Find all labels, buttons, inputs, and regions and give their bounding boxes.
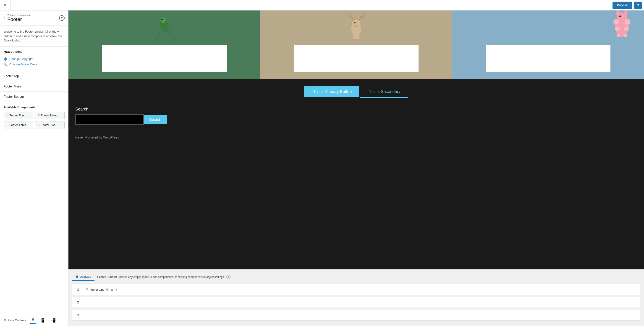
svg-point-2 xyxy=(161,19,163,20)
component-settings-button[interactable]: ⚙ xyxy=(106,288,109,291)
available-components-title: Available Components xyxy=(4,106,64,109)
component-actions: ⚙ ⚌ × xyxy=(106,288,120,291)
footer-one-component[interactable]: ⠿ Footer One ⚙ ⚌ × xyxy=(83,284,122,295)
desktop-tab[interactable]: 🖥 Desktop xyxy=(72,273,94,281)
search-form: Search xyxy=(75,114,637,125)
settings-button[interactable]: ⚙ xyxy=(634,1,642,9)
svg-point-24 xyxy=(624,34,627,37)
grasshopper-svg xyxy=(150,14,178,46)
sidebar-footer: 👁 Hide Controls 🖥 📱 📲 xyxy=(0,314,68,326)
builder-row-1-content: ⠿ Footer One ⚙ ⚌ × xyxy=(83,284,640,295)
drag-handle-icon: ⠿ xyxy=(38,123,40,127)
svg-rect-15 xyxy=(353,32,360,39)
image-gallery xyxy=(68,10,644,79)
builder-info: Footer Builder: Click on any empty space… xyxy=(97,275,230,279)
info-icon[interactable]: i xyxy=(226,275,230,279)
desktop-device-button[interactable]: 🖥 xyxy=(30,317,36,324)
svg-line-3 xyxy=(158,27,164,37)
footer-menu-chip-label: Footer Menu xyxy=(41,114,58,117)
top-bar: × Publish ⚙ xyxy=(0,0,644,10)
hide-controls-button[interactable]: 👁 Hide Controls xyxy=(4,319,26,322)
svg-point-22 xyxy=(624,26,629,31)
row-3-gear-button[interactable]: ⚙ xyxy=(72,310,83,320)
svg-point-21 xyxy=(615,26,620,31)
footer-main-nav[interactable]: Footer Main › xyxy=(0,81,68,92)
gallery-image-1 xyxy=(68,10,260,79)
desktop-tab-label: Desktop xyxy=(80,275,91,278)
footer-one-label: Footer One xyxy=(90,288,104,291)
svg-point-18 xyxy=(619,15,621,17)
footer-three-chip[interactable]: ⠿ Footer Three xyxy=(4,121,33,129)
footer-four-chip[interactable]: ⠿ Footer Four xyxy=(4,112,33,119)
footer-builder: 🖥 Desktop Footer Builder: Click on any e… xyxy=(68,269,644,326)
svg-point-1 xyxy=(160,17,166,23)
sidebar: ‹ You are customizing Footer ? Welcome t… xyxy=(0,10,68,326)
svg-point-23 xyxy=(616,34,620,37)
hide-controls-label: Hide Controls xyxy=(8,319,26,322)
desktop-icon: 🖥 xyxy=(75,275,78,278)
search-submit-button[interactable]: Search xyxy=(144,115,167,124)
help-button[interactable]: ? xyxy=(59,15,64,21)
builder-row-2-content xyxy=(83,297,640,308)
footer-four-chip-label: Footer Four xyxy=(9,114,25,117)
gallery-card-3 xyxy=(486,45,610,72)
secondary-button-preview[interactable]: This is Secondary xyxy=(360,86,408,98)
main-layout: ‹ You are customizing Footer ? Welcome t… xyxy=(0,10,644,326)
change-copyright-link[interactable]: 🔷 Change Copyright xyxy=(4,56,33,62)
search-label: Search xyxy=(75,107,637,112)
mobile-device-button[interactable]: 📲 xyxy=(50,317,56,324)
tablet-device-button[interactable]: 📱 xyxy=(39,317,46,324)
eye-icon: 👁 xyxy=(4,319,6,322)
quick-links-section: Quick Links 🔷 Change Copyright 🔨 Change … xyxy=(0,47,68,71)
gallery-image-2 xyxy=(260,10,452,79)
quick-links-title: Quick Links xyxy=(4,50,64,54)
preview-content: This is Primary Button This is Secondary… xyxy=(68,10,644,269)
footer-top-nav[interactable]: Footer Top › xyxy=(0,71,68,81)
component-remove-button[interactable]: × xyxy=(116,288,117,291)
change-copyright-label: Change Copyright xyxy=(9,57,33,61)
component-edit-button[interactable]: ⚌ xyxy=(111,288,114,291)
change-footer-color-link[interactable]: 🔨 Change Footer Color xyxy=(4,62,37,67)
builder-row-1: ⚙ ⠿ Footer One ⚙ ⚌ × xyxy=(72,284,640,295)
footer-credits: Neve | Powered by WordPress xyxy=(68,132,644,143)
deer-svg xyxy=(345,12,368,41)
drag-handle-icon: ⠿ xyxy=(6,114,8,117)
drag-handle-icon: ⠿ xyxy=(38,114,40,117)
row-1-gear-button[interactable]: ⚙ xyxy=(72,284,83,295)
svg-line-6 xyxy=(171,35,174,42)
close-button[interactable]: × xyxy=(0,0,10,10)
footer-bottom-label: Footer Bottom xyxy=(4,95,24,98)
customizing-info: You are customizing Footer xyxy=(7,14,30,22)
footer-bottom-nav[interactable]: Footer Bottom › xyxy=(0,92,68,102)
change-footer-color-label: Change Footer Color xyxy=(9,63,37,66)
svg-line-5 xyxy=(154,37,158,43)
customizing-label: You are customizing xyxy=(7,14,30,16)
svg-point-19 xyxy=(614,19,619,25)
gallery-card-2 xyxy=(294,45,418,72)
back-button[interactable]: ‹ xyxy=(4,16,5,20)
drag-handle-icon: ⠿ xyxy=(86,288,88,291)
chevron-right-icon: › xyxy=(64,95,64,98)
primary-button-preview[interactable]: This is Primary Button xyxy=(304,86,359,97)
gallery-image-3 xyxy=(452,10,644,79)
paint-icon: 🔨 xyxy=(4,63,8,66)
footer-two-chip-label: Footer Two xyxy=(41,123,56,127)
row-2-gear-button[interactable]: ⚙ xyxy=(72,297,83,308)
svg-point-14 xyxy=(354,25,358,27)
gallery-card-1 xyxy=(102,45,226,72)
builder-tabs: 🖥 Desktop Footer Builder: Click on any e… xyxy=(72,273,640,281)
search-section: Search Search xyxy=(68,105,644,132)
welcome-text: Welcome to the Footer builder! Click the… xyxy=(0,26,68,47)
search-input[interactable] xyxy=(75,114,144,125)
svg-point-13 xyxy=(354,22,356,23)
footer-three-chip-label: Footer Three xyxy=(9,123,26,127)
sidebar-header: ‹ You are customizing Footer ? xyxy=(0,10,68,26)
publish-button[interactable]: Publish xyxy=(612,1,632,9)
builder-row-3-content xyxy=(83,310,640,320)
available-components-section: Available Components ⠿ Footer Four ⠿ Foo… xyxy=(0,102,68,133)
builder-row-3: ⚙ xyxy=(72,310,640,321)
footer-two-chip[interactable]: ⠿ Footer Two xyxy=(35,121,65,129)
customizing-title: Footer xyxy=(7,16,22,22)
builder-row-2: ⚙ xyxy=(72,297,640,308)
footer-menu-chip[interactable]: ⠿ Footer Menu xyxy=(35,112,65,119)
